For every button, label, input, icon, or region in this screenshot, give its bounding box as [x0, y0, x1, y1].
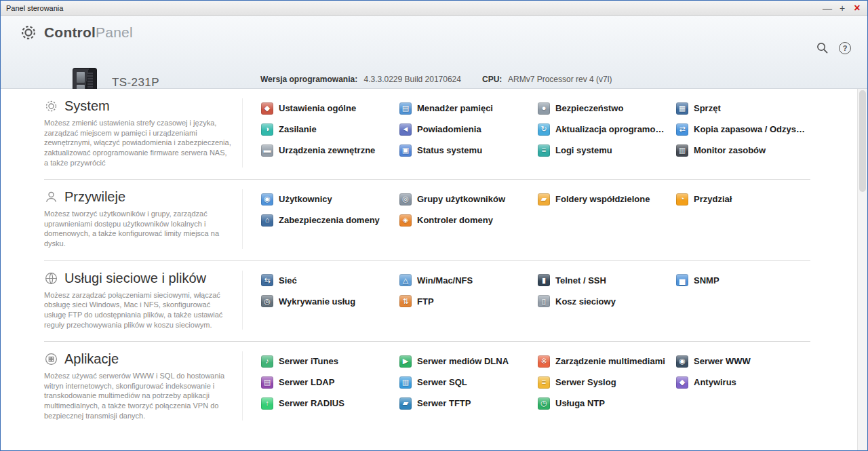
cpu-value: ARMv7 Processor rev 4 (v7l) — [508, 75, 612, 84]
titlebar[interactable]: Panel sterowania — + × — [1, 1, 867, 16]
notifications-icon: ◄ — [399, 123, 412, 136]
item-zarzadzenie-multimediami[interactable]: ※Zarządzenie multimediami — [538, 354, 672, 368]
help-icon[interactable]: ? — [839, 42, 851, 54]
item-wykrywanie-uslug[interactable]: ◎Wykrywanie usług — [261, 294, 395, 309]
minimize-button[interactable]: — — [820, 1, 835, 15]
system-logs-icon: ≡ — [538, 144, 550, 157]
system-status-icon: ▣ — [399, 144, 412, 157]
sql-server-icon: ▥ — [399, 376, 412, 389]
item-label: Użytkownicy — [279, 194, 335, 204]
item-logi-systemu[interactable]: ≡Logi systemu — [538, 143, 672, 157]
backup-restore-icon: ⇄ — [676, 123, 688, 136]
item-bezpieczenstwo[interactable]: ●Bezpieczeństwo — [538, 101, 672, 115]
hardware-icon: ▦ — [676, 102, 688, 115]
item-label: Przydział — [694, 194, 734, 204]
storage-manager-icon: ▤ — [399, 102, 412, 115]
item-serwer-itunes[interactable]: ♪Serwer iTunes — [261, 354, 395, 368]
ntp-service-icon: ◷ — [538, 397, 550, 410]
item-uzytkownicy[interactable]: ◉Użytkownicy — [261, 192, 395, 206]
sections: SystemMożesz zmienić ustawienia strefy c… — [1, 89, 857, 432]
section-info: PrzywilejeMożesz tworzyć użytkowników i … — [44, 189, 242, 249]
network-recycle-bin-icon: ▯ — [538, 295, 550, 307]
item-antywirus[interactable]: ◆Antywirus — [676, 375, 810, 389]
page-title-secondary: Panel — [96, 24, 133, 40]
network-icon: ⇆ — [261, 274, 273, 286]
item-ustawienia-ogolne[interactable]: ◆Ustawienia ogólne — [261, 101, 395, 115]
item-serwer-ldap[interactable]: ▤Serwer LDAP — [261, 375, 395, 389]
section-info: Usługi sieciowe i plikówMożesz zarządzać… — [44, 271, 242, 330]
item-serwer-syslog[interactable]: ≡Serwer Syslog — [538, 375, 672, 389]
section-description: Możesz używać serwerów WWW i SQL do host… — [44, 371, 231, 420]
section-title: Przywileje — [64, 189, 125, 205]
security-icon: ● — [538, 102, 550, 115]
item-ftp[interactable]: ⇅FTP — [399, 294, 534, 309]
item-foldery-wspoldzielone[interactable]: ▰Foldery współdzielone — [538, 192, 672, 206]
item-label: Kopia zapasowa / Odzyski... — [694, 124, 810, 134]
section-items: ♪Serwer iTunes▶Serwer mediów DLNA※Zarząd… — [242, 351, 810, 420]
win-mac-nfs-icon: △ — [399, 274, 412, 286]
item-zasilanie[interactable]: ◑Zasilanie — [261, 122, 395, 136]
scrollbar-track[interactable] — [857, 89, 867, 450]
item-monitor-zasobow[interactable]: ▥Monitor zasobów — [676, 143, 810, 157]
item-label: Antywirus — [694, 377, 739, 387]
firmware-update-icon: ↻ — [538, 123, 550, 136]
item-siec[interactable]: ⇆Sieć — [261, 273, 395, 288]
item-label: Status systemu — [417, 145, 485, 155]
antivirus-icon: ◆ — [676, 376, 688, 389]
item-kontroler-domeny[interactable]: ◈Kontroler domeny — [399, 213, 534, 227]
item-snmp[interactable]: ▅SNMP — [676, 273, 810, 288]
tftp-server-icon: ▰ — [399, 397, 412, 410]
section-info: AplikacjeMożesz używać serwerów WWW i SQ… — [44, 351, 242, 420]
item-label: Sieć — [279, 275, 300, 286]
item-grupy-uzytkownikow[interactable]: ◎Grupy użytkowników — [399, 192, 534, 206]
section-description: Możesz zarządzać połączeniami sieciowymi… — [44, 290, 231, 330]
search-icon[interactable] — [816, 41, 829, 54]
item-label: Powiadomienia — [417, 124, 484, 134]
item-kopia-zapasowa-odzyski[interactable]: ⇄Kopia zapasowa / Odzyski... — [676, 122, 810, 136]
close-button[interactable]: × — [850, 1, 865, 15]
privilege-section-icon — [44, 190, 58, 204]
control-panel-gear-icon — [20, 24, 37, 41]
item-serwer-mediow-dlna[interactable]: ▶Serwer mediów DLNA — [399, 354, 534, 368]
item-label: Serwer Syslog — [555, 377, 619, 387]
shared-folders-icon: ▰ — [538, 193, 550, 205]
item-przydzial[interactable]: ◔Przydział — [676, 192, 810, 206]
item-serwer-www[interactable]: ◉Serwer WWW — [676, 354, 810, 368]
web-server-icon: ◉ — [676, 355, 688, 368]
maximize-button[interactable]: + — [835, 1, 850, 15]
item-usluga-ntp[interactable]: ◷Usługa NTP — [538, 396, 672, 410]
item-label: Serwer LDAP — [279, 377, 337, 387]
item-status-systemu[interactable]: ▣Status systemu — [399, 143, 534, 157]
item-kosz-sieciowy[interactable]: ▯Kosz sieciowy — [538, 294, 672, 309]
item-label: Grupy użytkowników — [417, 194, 508, 204]
item-telnet-ssh[interactable]: ▮Telnet / SSH — [538, 273, 672, 288]
item-label: Serwer WWW — [694, 356, 753, 366]
item-serwer-tftp[interactable]: ▰Serwer TFTP — [399, 396, 534, 410]
item-label: Serwer SQL — [417, 377, 470, 387]
system-section-icon — [44, 99, 58, 113]
firmware-value: 4.3.3.0229 Build 20170624 — [364, 75, 461, 84]
item-zabezpieczenia-domeny[interactable]: ⌂Zabezpieczenia domeny — [261, 213, 395, 227]
item-aktualizacja-oprogramowa[interactable]: ↻Aktualizacja oprogramowa... — [538, 122, 672, 136]
item-label: Zasilanie — [279, 124, 319, 134]
service-discovery-icon: ◎ — [261, 295, 273, 307]
applications-section-icon — [44, 352, 58, 366]
item-powiadomienia[interactable]: ◄Powiadomienia — [399, 122, 534, 136]
item-sprzet[interactable]: ▦Sprzęt — [676, 101, 810, 115]
item-label: Serwer iTunes — [279, 356, 341, 366]
section-title: Usługi sieciowe i plików — [64, 271, 206, 286]
item-label: Usługa NTP — [555, 398, 608, 408]
item-serwer-sql[interactable]: ▥Serwer SQL — [399, 375, 534, 389]
item-urzadzenia-zewnetrzne[interactable]: ▬Urządzenia zewnętrzne — [261, 143, 395, 157]
section-uslugi-sieciowe-i-plikow: Usługi sieciowe i plikówMożesz zarządzać… — [44, 261, 810, 342]
item-label: Telnet / SSH — [555, 275, 609, 286]
section-title: System — [64, 98, 110, 114]
device-model: TS-231P — [112, 76, 159, 90]
section-info: SystemMożesz zmienić ustawienia strefy c… — [44, 98, 242, 168]
section-items: ◉Użytkownicy◎Grupy użytkowników▰Foldery … — [242, 189, 810, 249]
item-serwer-radius[interactable]: ↑Serwer RADIUS — [261, 396, 395, 410]
scrollbar-thumb[interactable] — [859, 90, 866, 192]
item-win-mac-nfs[interactable]: △Win/Mac/NFS — [399, 273, 534, 288]
header: ControlPanel ? TS-231P Wersja oprogramow… — [1, 16, 867, 89]
item-menadzer-pamieci[interactable]: ▤Menadżer pamięci — [399, 101, 534, 115]
